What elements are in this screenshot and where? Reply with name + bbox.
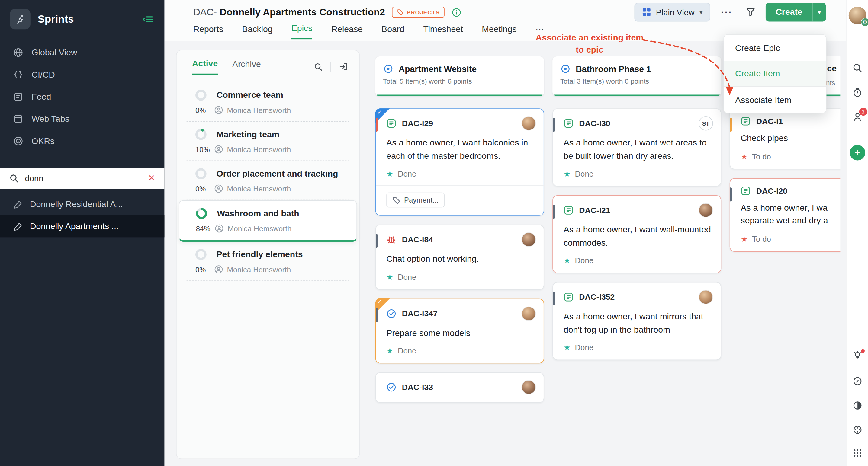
projects-badge[interactable]: PROJECTS [392,7,445,18]
search-icon[interactable] [852,63,862,73]
sidebar-item-feed[interactable]: Feed [0,86,164,108]
epic-export-icon[interactable] [338,62,349,71]
apps-grid-icon[interactable] [852,448,862,458]
status-label: Done [398,346,416,355]
create-dropdown-caret[interactable]: ▾ [812,3,826,22]
card-id[interactable]: DAC-I347 [402,309,516,318]
card-dac-i29[interactable]: ✓ DAC-I29 As a home owner, I want balcon… [375,108,544,216]
user-avatar[interactable]: ⚙ [848,7,866,25]
sidebar-search[interactable]: donn ✕ [0,167,164,189]
epic-row-commerce-team[interactable]: Commerce team 0% Monica Hemsworth [179,82,357,122]
assignee-avatar[interactable] [522,380,536,395]
tab-timesheet[interactable]: Timesheet [423,25,463,39]
feed-icon [13,92,23,102]
card-id[interactable]: DAC-I1 [756,117,840,126]
assignee-avatar[interactable] [699,203,713,218]
whats-new-icon[interactable] [852,351,862,361]
board-column-apartment-website: Apartment Website Total 5 Item(s) worth … [375,57,544,412]
code-braces-icon [13,70,23,80]
epic-row-order-placement[interactable]: Order placement and tracking 0% Monica H… [179,161,357,200]
card-id[interactable]: DAC-I352 [579,293,693,301]
assignee-avatar[interactable] [522,232,536,247]
assignee-avatar[interactable] [522,116,536,131]
card-dac-i352[interactable]: DAC-I352 As a home owner, I want mirrors… [552,282,721,360]
create-button[interactable]: Create ▾ [766,3,826,22]
explore-icon[interactable] [852,376,862,386]
card-text: As a home owner, I want wall-mounted com… [564,223,713,249]
epic-row-washroom-and-bath[interactable]: Washroom and bath 84% Monica Hemsworth [179,200,357,242]
card-dac-i20[interactable]: DAC-I20 As a home owner, I wa separate w… [730,178,840,252]
card-id[interactable]: DAC-I30 [579,119,693,128]
card-dac-i33[interactable]: DAC-I33 [375,372,544,403]
tab-epics[interactable]: Epics [291,23,312,39]
release-tag-chip[interactable]: Payment... [386,193,444,207]
column-header[interactable]: Bathroom Phase 1 Total 3 Item(s) worth 0… [552,57,721,96]
target-icon [13,136,23,146]
card-text: As a home owner, I want mirrors that don… [564,310,713,336]
priority-accent [376,118,378,132]
result-donnelly-residential[interactable]: Donnelly Residential A... [0,193,164,215]
task-icon [386,382,396,392]
card-text: Chat option not working. [386,252,536,265]
compass-icon[interactable] [852,425,862,435]
tab-board[interactable]: Board [381,25,404,39]
card-id[interactable]: DAC-I20 [756,186,840,195]
item-icon [741,116,750,126]
tab-meetings[interactable]: Meetings [482,25,517,39]
tab-reports[interactable]: Reports [193,25,223,39]
assignee-avatar[interactable] [522,306,536,321]
view-selector-button[interactable]: Plain View ▾ [634,3,710,22]
project-code: DAC- [193,6,217,18]
menu-item-associate-item[interactable]: Associate Item [724,87,826,113]
menu-item-create-item[interactable]: Create Item [724,61,826,87]
epic-tab-archive[interactable]: Archive [232,59,261,74]
card-id[interactable]: DAC-I84 [402,235,516,244]
result-donnelly-apartments[interactable]: Donnelly Apartments ... [0,215,164,237]
epic-tab-active[interactable]: Active [192,59,218,74]
card-dac-i1[interactable]: DAC-I1 Check pipes ★ To do [730,108,840,169]
epic-row-marketing-team[interactable]: Marketing team 10% Monica Hemsworth [179,122,357,161]
column-header[interactable]: Apartment Website Total 5 Item(s) worth … [375,57,544,96]
card-text: As a home owner, I want wet areas to be … [564,136,713,162]
status-label: Done [575,256,593,265]
card-id[interactable]: DAC-I29 [402,119,516,128]
card-dac-i21[interactable]: DAC-I21 As a home owner, I want wall-mou… [552,195,721,273]
clear-search-icon[interactable]: ✕ [148,173,155,183]
quick-add-button[interactable]: + [849,145,865,160]
card-id[interactable]: DAC-I33 [402,383,516,392]
notifications-icon[interactable]: 2 [852,112,862,122]
assignee-initials-badge[interactable]: ST [699,116,713,131]
item-icon [564,205,574,215]
sidebar-header: Sprints [0,0,164,33]
tab-backlog[interactable]: Backlog [242,25,272,39]
board-column-bathroom-phase-1: Bathroom Phase 1 Total 3 Item(s) worth 0… [552,57,721,369]
divider [331,62,331,71]
filter-icon[interactable] [743,7,758,17]
search-input[interactable]: donn [25,173,142,183]
assignee-avatar[interactable] [699,290,713,304]
more-options-button[interactable]: ⋯ [718,5,736,19]
theme-contrast-icon[interactable] [852,400,862,410]
sidebar-item-okrs[interactable]: OKRs [0,130,164,152]
sidebar-item-cicd[interactable]: CI/CD [0,64,164,86]
owner-avatar-icon [214,184,223,193]
epic-search-icon[interactable] [313,62,324,71]
card-id[interactable]: DAC-I21 [579,206,693,214]
sidebar-collapse-icon[interactable] [142,14,153,24]
sidebar-search-results: Donnelly Residential A... Donnelly Apart… [0,193,164,237]
info-icon[interactable] [452,7,461,17]
card-dac-i30[interactable]: DAC-I30 ST As a home owner, I want wet a… [552,108,721,187]
sidebar-item-web-tabs[interactable]: Web Tabs [0,108,164,130]
tab-release[interactable]: Release [331,25,363,39]
epic-row-pet-friendly[interactable]: Pet friendly elements 0% Monica Hemswort… [179,242,357,281]
status-star-icon: ★ [386,170,393,178]
sidebar-item-global-view[interactable]: Global View [0,41,164,63]
status-label: Done [398,169,416,178]
card-dac-i84[interactable]: DAC-I84 Chat option not working. ★ Done [375,225,544,290]
timer-icon[interactable] [852,88,862,98]
gear-icon[interactable]: ⚙ [861,18,868,27]
tabs-more-button[interactable]: ⋯ [535,25,545,39]
owner-avatar-icon [214,106,223,114]
card-dac-i347[interactable]: ✓ DAC-I347 Prepare some models ★ Done [375,299,544,363]
menu-item-create-epic[interactable]: Create Epic [724,35,826,61]
